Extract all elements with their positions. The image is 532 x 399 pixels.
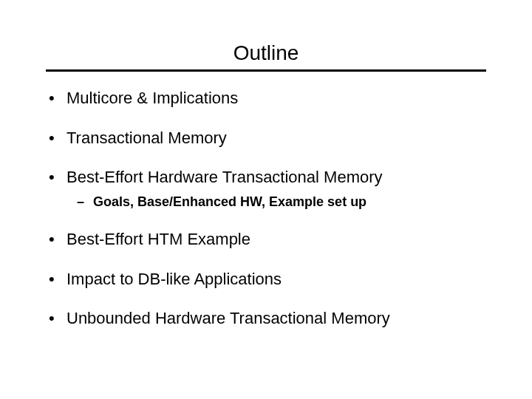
bullet-text: Transactional Memory: [66, 129, 227, 147]
sub-list-item: Goals, Base/Enhanced HW, Example set up: [66, 194, 486, 211]
list-item: Best-Effort HTM Example: [46, 229, 486, 250]
slide-title: Outline: [0, 41, 532, 65]
bullet-text: Unbounded Hardware Transactional Memory: [66, 309, 390, 327]
list-item: Unbounded Hardware Transactional Memory: [46, 308, 486, 329]
title-rule: [46, 69, 486, 72]
bullet-list: Multicore & Implications Transactional M…: [46, 88, 486, 329]
slide-content: Multicore & Implications Transactional M…: [46, 88, 486, 329]
list-item: Best-Effort Hardware Transactional Memor…: [46, 167, 486, 210]
sub-bullet-text: Goals, Base/Enhanced HW, Example set up: [93, 194, 366, 209]
sub-list: Goals, Base/Enhanced HW, Example set up: [66, 194, 486, 211]
bullet-text: Multicore & Implications: [66, 89, 238, 107]
list-item: Impact to DB-like Applications: [46, 269, 486, 290]
bullet-text: Best-Effort HTM Example: [66, 230, 250, 248]
list-item: Transactional Memory: [46, 128, 486, 149]
bullet-text: Impact to DB-like Applications: [66, 270, 282, 288]
bullet-text: Best-Effort Hardware Transactional Memor…: [66, 168, 383, 186]
list-item: Multicore & Implications: [46, 88, 486, 109]
slide: Outline Multicore & Implications Transac…: [0, 41, 532, 399]
